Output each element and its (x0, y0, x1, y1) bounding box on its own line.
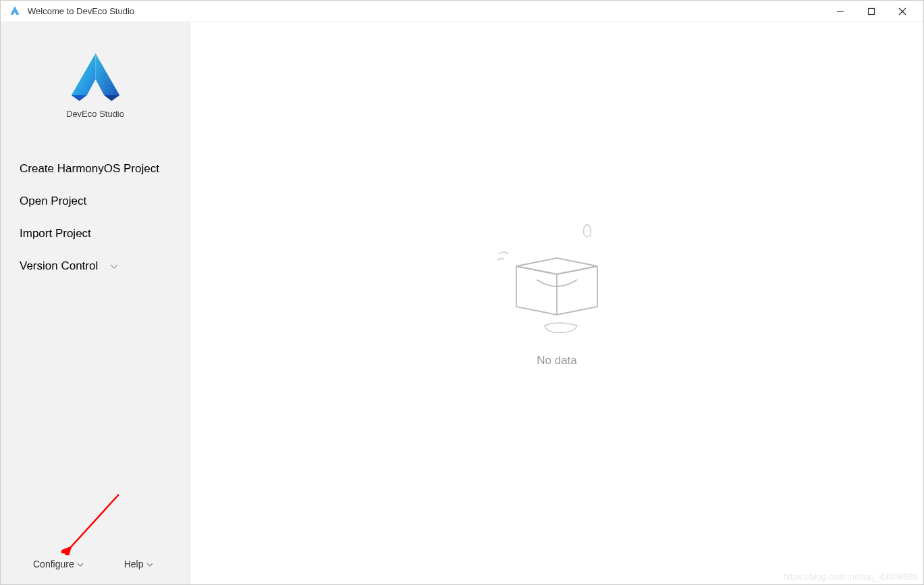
window-controls (825, 1, 918, 22)
menu-open-project[interactable]: Open Project (1, 185, 190, 218)
menu-label: Import Project (20, 227, 91, 240)
deveco-logo-icon (67, 49, 124, 103)
empty-state-text: No data (537, 354, 577, 367)
minimize-button[interactable] (825, 1, 856, 22)
watermark-text: https://blog.csdn.net/qq_43058685 (784, 571, 919, 582)
sidebar: DevEco Studio Create HarmonyOS Project O… (1, 22, 190, 584)
menu-label: Version Control (20, 259, 98, 273)
configure-label: Configure (33, 559, 74, 569)
help-dropdown[interactable]: Help (124, 559, 153, 569)
sidebar-logo: DevEco Studio (1, 22, 190, 139)
menu-label: Open Project (20, 195, 86, 208)
menu-create-project[interactable]: Create HarmonyOS Project (1, 153, 190, 185)
sidebar-footer: Configure Help (1, 546, 190, 584)
close-button[interactable] (887, 1, 918, 22)
chevron-down-icon (110, 259, 118, 273)
main-area: No data https://blog.csdn.net/qq_4305868… (190, 22, 923, 584)
svg-line-4 (70, 494, 119, 549)
app-icon (9, 5, 21, 18)
chevron-down-icon (146, 559, 153, 569)
titlebar: Welcome to DevEco Studio (1, 1, 923, 22)
empty-state: No data (489, 212, 624, 367)
chevron-down-icon (77, 559, 84, 569)
empty-inbox-icon (489, 212, 624, 347)
svg-rect-1 (869, 8, 875, 14)
menu-import-project[interactable]: Import Project (1, 218, 190, 250)
logo-label: DevEco Studio (66, 109, 124, 119)
window-title: Welcome to DevEco Studio (28, 6, 825, 16)
menu-version-control[interactable]: Version Control (1, 250, 190, 282)
help-label: Help (124, 559, 144, 569)
maximize-button[interactable] (856, 1, 887, 22)
sidebar-menu: Create HarmonyOS Project Open Project Im… (1, 139, 190, 282)
menu-label: Create HarmonyOS Project (20, 162, 159, 176)
annotation-arrow-icon (61, 491, 122, 555)
configure-dropdown[interactable]: Configure (33, 559, 84, 569)
